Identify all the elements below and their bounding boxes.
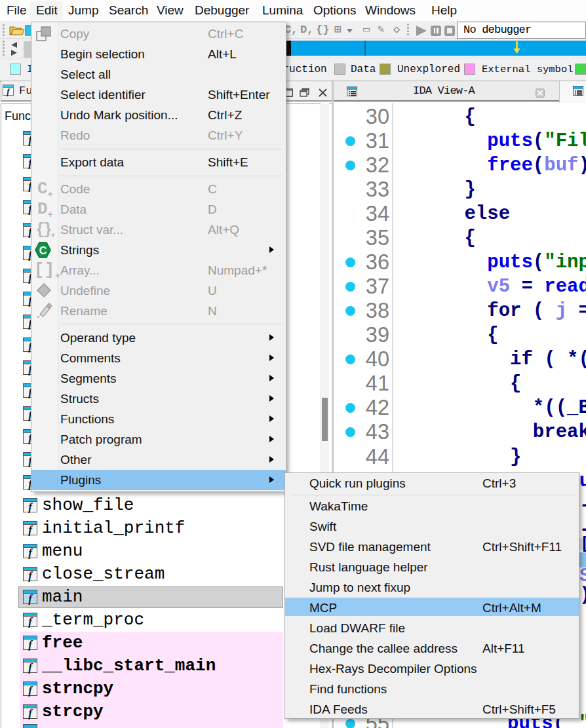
- svg-text:C: C: [39, 245, 47, 256]
